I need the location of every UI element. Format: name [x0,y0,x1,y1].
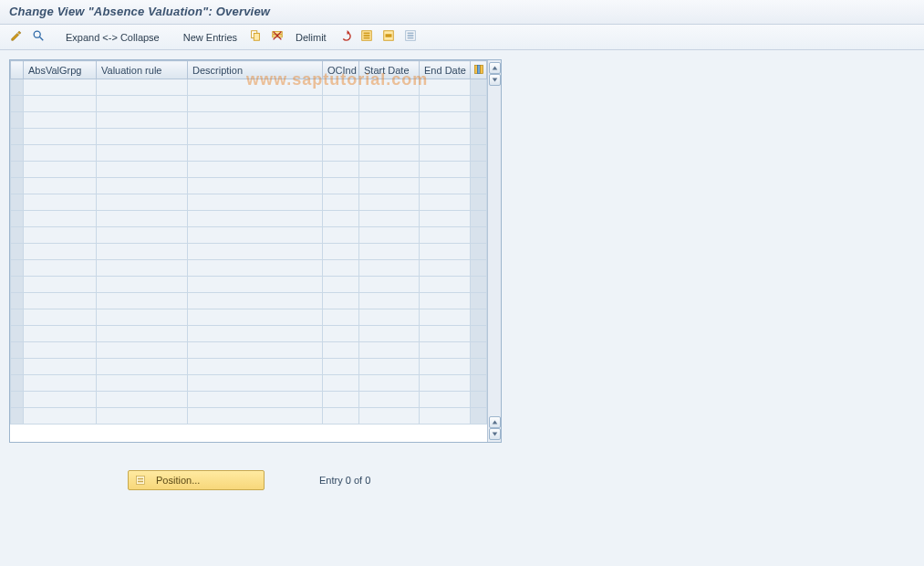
cell-start_date[interactable] [359,408,420,424]
cell-description[interactable] [188,326,323,342]
cell-valuation_rule[interactable] [97,162,188,178]
row-selector[interactable] [11,342,24,359]
cell-description[interactable] [188,293,323,309]
col-absvalgrpg[interactable]: AbsValGrpg [24,61,97,79]
cell-end_date[interactable] [420,211,471,227]
row-selector[interactable] [11,96,24,112]
cell-absvalgrpg[interactable] [24,112,97,129]
table-row[interactable] [11,211,487,227]
cell-end_date[interactable] [420,359,471,375]
cell-description[interactable] [188,178,323,194]
row-selector[interactable] [11,309,24,326]
cell-absvalgrpg[interactable] [24,408,97,424]
cell-absvalgrpg[interactable] [24,326,97,342]
cell-end_date[interactable] [420,326,471,342]
cell-valuation_rule[interactable] [97,277,188,293]
cell-description[interactable] [188,260,323,277]
cell-valuation_rule[interactable] [97,359,188,375]
cell-start_date[interactable] [359,277,420,293]
cell-start_date[interactable] [359,96,420,112]
cell-description[interactable] [188,194,323,211]
cell-start_date[interactable] [359,194,420,211]
scroll-down-button[interactable] [489,428,501,440]
cell-ocind[interactable] [323,211,359,227]
row-selector[interactable] [11,194,24,211]
cell-description[interactable] [188,211,323,227]
cell-start_date[interactable] [359,211,420,227]
cell-ocind[interactable] [323,178,359,194]
cell-valuation_rule[interactable] [97,392,188,408]
cell-valuation_rule[interactable] [97,309,188,326]
cell-valuation_rule[interactable] [97,194,188,211]
cell-end_date[interactable] [420,162,471,178]
cell-end_date[interactable] [420,260,471,277]
cell-absvalgrpg[interactable] [24,145,97,162]
cell-description[interactable] [188,79,323,96]
cell-start_date[interactable] [359,375,420,392]
table-row[interactable] [11,96,487,112]
cell-end_date[interactable] [420,129,471,145]
row-selector[interactable] [11,79,24,96]
cell-description[interactable] [188,162,323,178]
cell-valuation_rule[interactable] [97,227,188,244]
cell-absvalgrpg[interactable] [24,375,97,392]
cell-valuation_rule[interactable] [97,244,188,260]
undo-button[interactable] [336,28,354,47]
cell-absvalgrpg[interactable] [24,162,97,178]
select-all-button[interactable] [358,28,376,47]
cell-end_date[interactable] [420,96,471,112]
cell-start_date[interactable] [359,342,420,359]
cell-description[interactable] [188,227,323,244]
cell-valuation_rule[interactable] [97,112,188,129]
table-row[interactable] [11,293,487,309]
cell-description[interactable] [188,408,323,424]
row-selector[interactable] [11,408,24,424]
cell-start_date[interactable] [359,309,420,326]
cell-ocind[interactable] [323,342,359,359]
row-selector[interactable] [11,227,24,244]
cell-valuation_rule[interactable] [97,326,188,342]
cell-ocind[interactable] [323,96,359,112]
table-row[interactable] [11,145,487,162]
copy-as-button[interactable] [246,28,265,47]
cell-start_date[interactable] [359,79,420,96]
cell-valuation_rule[interactable] [97,79,188,96]
cell-valuation_rule[interactable] [97,178,188,194]
scroll-up-button-2[interactable] [489,74,501,86]
cell-start_date[interactable] [359,162,420,178]
row-selector[interactable] [11,359,24,375]
expand-collapse-button[interactable]: Expand <-> Collapse [60,28,165,47]
table-row[interactable] [11,194,487,211]
cell-end_date[interactable] [420,112,471,129]
cell-valuation_rule[interactable] [97,129,188,145]
scroll-up-button[interactable] [489,62,501,74]
cell-end_date[interactable] [420,309,471,326]
cell-start_date[interactable] [359,260,420,277]
row-selector-header[interactable] [11,61,24,79]
table-row[interactable] [11,178,487,194]
delimit-button[interactable]: Delimit [290,28,332,47]
table-row[interactable] [11,326,487,342]
table-row[interactable] [11,392,487,408]
cell-start_date[interactable] [359,326,420,342]
new-entries-button[interactable]: New Entries [178,28,243,47]
table-row[interactable] [11,260,487,277]
row-selector[interactable] [11,326,24,342]
table-row[interactable] [11,408,487,424]
cell-description[interactable] [188,277,323,293]
col-valuation-rule[interactable]: Valuation rule [97,61,188,79]
cell-description[interactable] [188,129,323,145]
cell-ocind[interactable] [323,129,359,145]
cell-end_date[interactable] [420,79,471,96]
cell-start_date[interactable] [359,178,420,194]
table-row[interactable] [11,79,487,96]
row-selector[interactable] [11,277,24,293]
table-row[interactable] [11,227,487,244]
cell-end_date[interactable] [420,375,471,392]
table-row[interactable] [11,375,487,392]
cell-ocind[interactable] [323,260,359,277]
cell-absvalgrpg[interactable] [24,96,97,112]
row-selector[interactable] [11,211,24,227]
cell-ocind[interactable] [323,293,359,309]
cell-valuation_rule[interactable] [97,260,188,277]
